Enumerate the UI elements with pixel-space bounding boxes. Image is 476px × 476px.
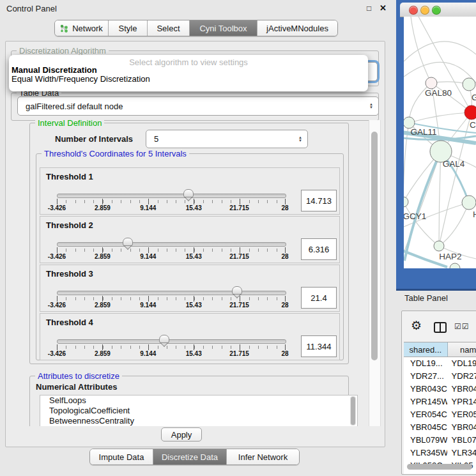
tab-label: jActiveMNodules: [266, 24, 328, 33]
algorithm-dropdown-popup: Select algorithm to view settings Manual…: [9, 55, 368, 91]
slider-thumb[interactable]: [183, 189, 194, 201]
node-table[interactable]: shared... name YDL19...YDL19YDR27...YDR2…: [404, 342, 476, 474]
gear-icon[interactable]: ⚙: [411, 319, 422, 332]
cell-shared-name[interactable]: YBR043C: [404, 383, 447, 395]
cell-shared-name[interactable]: YBR045C: [404, 421, 447, 434]
slider-ticks: [57, 297, 286, 300]
cell-name[interactable]: YER05: [447, 408, 476, 421]
network-window-titlebar[interactable]: [400, 3, 476, 17]
major-tick: [102, 344, 103, 350]
table-horizontal-scrollbar[interactable]: [407, 464, 472, 470]
table-row[interactable]: YER054CYER05: [404, 408, 476, 421]
threshold-slider[interactable]: [57, 339, 286, 344]
threshold-value-field[interactable]: 6.316: [301, 238, 337, 260]
column-header-shared-name[interactable]: shared...: [404, 342, 448, 357]
table-row[interactable]: YBL079WYBL07: [404, 434, 476, 447]
tab-infer-network[interactable]: Infer Network: [227, 449, 299, 464]
attribute-item[interactable]: BetweennessCentrality: [40, 416, 357, 426]
column-header-name[interactable]: name: [448, 342, 476, 357]
tick-label: 28: [281, 350, 288, 357]
network-node-gal80[interactable]: [426, 77, 437, 89]
cell-name[interactable]: YBR04: [447, 421, 476, 434]
node-label: HAP2: [439, 252, 461, 261]
major-tick: [240, 344, 240, 350]
major-tick: [102, 296, 103, 302]
threshold-slider[interactable]: [57, 194, 286, 198]
tab-discretize-data[interactable]: Discretize Data: [153, 449, 227, 464]
column-layout-icon[interactable]: [434, 322, 447, 333]
tab-style[interactable]: Style: [109, 20, 148, 36]
network-view-window[interactable]: GAL80GACGAL11GAL4GCY1HHAP2: [396, 0, 476, 291]
network-node[interactable]: [450, 263, 460, 268]
tab-jactivemnodules[interactable]: jActiveMNodules: [257, 20, 337, 36]
network-node-h[interactable]: [462, 196, 476, 210]
table-row[interactable]: YDR27...YDR27: [404, 370, 476, 383]
cell-shared-name[interactable]: YBL079W: [404, 434, 447, 447]
threshold-value-field[interactable]: 11.344: [301, 335, 337, 357]
attribute-item[interactable]: SelfLoops: [40, 395, 357, 406]
close-icon[interactable]: ✕: [380, 3, 387, 13]
scrollbar-thumb[interactable]: [371, 132, 378, 360]
tab-select[interactable]: Select: [148, 20, 190, 36]
cell-name[interactable]: YPR14: [447, 395, 476, 408]
tick-label: -3.426: [48, 302, 66, 309]
cell-name[interactable]: YDR27: [447, 370, 476, 383]
network-edge[interactable]: [409, 112, 472, 123]
slider-thumb[interactable]: [123, 238, 133, 250]
float-icon[interactable]: □: [367, 4, 371, 13]
table-row[interactable]: YBR045CYBR04: [404, 421, 476, 434]
threshold-value-field[interactable]: 14.713: [301, 190, 337, 211]
table-row[interactable]: YDL19...YDL19: [404, 357, 476, 370]
table-row[interactable]: YBR043CYBR04: [404, 383, 476, 395]
cell-name[interactable]: YLR34: [447, 447, 476, 459]
threshold-value-field[interactable]: 21.4: [301, 287, 337, 309]
popup-item-manual-discretization[interactable]: Manual Discretization: [11, 66, 366, 75]
popup-item-equal-width-frequency-discretization[interactable]: Equal Width/Frequency Discretization: [11, 75, 366, 84]
cell-shared-name[interactable]: YDL19...: [404, 357, 447, 370]
cell-shared-name[interactable]: YPR145W: [404, 395, 447, 408]
attribute-item[interactable]: TopologicalCoefficient: [40, 406, 357, 416]
settings-scrollbar[interactable]: [369, 120, 381, 426]
network-canvas[interactable]: GAL80GACGAL11GAL4GCY1HHAP2: [404, 17, 476, 268]
major-tick: [194, 199, 194, 204]
table-data-combobox[interactable]: galFiltered.sif default node ▲▼: [17, 96, 379, 116]
numerical-attributes-list[interactable]: SelfLoopsTopologicalCoefficientBetweenne…: [40, 395, 358, 426]
tab-impute-data[interactable]: Impute Data: [90, 449, 153, 464]
checkbox-icons[interactable]: ☑☑: [454, 322, 470, 331]
close-traffic-light[interactable]: [409, 6, 418, 15]
table-row[interactable]: YPR145WYPR14: [404, 395, 476, 408]
zoom-traffic-light[interactable]: [432, 6, 441, 15]
list-scrollbar[interactable]: [350, 396, 356, 426]
tab-network[interactable]: Network: [55, 20, 109, 36]
network-graph[interactable]: GAL80GACGAL11GAL4GCY1HHAP2: [404, 17, 476, 268]
network-edge[interactable]: [439, 151, 441, 246]
major-tick: [240, 199, 240, 204]
slider-thumb[interactable]: [232, 286, 242, 298]
tab-label: Impute Data: [99, 452, 144, 462]
tick-label: 21.715: [229, 302, 249, 309]
slider-thumb[interactable]: [159, 335, 169, 347]
minimize-traffic-light[interactable]: [420, 6, 429, 15]
tab-cyni-toolbox[interactable]: Cyni Toolbox: [190, 20, 257, 36]
threshold-slider[interactable]: [57, 291, 286, 295]
cell-shared-name[interactable]: YLR345W: [404, 447, 447, 459]
cell-name[interactable]: YBR04: [447, 383, 476, 395]
network-node-hap2[interactable]: [434, 241, 444, 251]
apply-button[interactable]: Apply: [161, 427, 202, 441]
node-label: H: [473, 210, 476, 219]
network-edge[interactable]: [404, 42, 476, 61]
node-label: GCY1: [404, 211, 426, 221]
threshold-slider[interactable]: [57, 242, 286, 247]
table-row[interactable]: YLR345WYLR34: [404, 447, 476, 459]
network-node-c[interactable]: [464, 105, 476, 119]
node-label: GAL11: [410, 127, 436, 137]
cell-shared-name[interactable]: YER054C: [404, 408, 447, 421]
intervals-combobox[interactable]: 5 ▲▼: [146, 130, 308, 148]
cell-name[interactable]: YDL19: [447, 357, 476, 370]
cell-shared-name[interactable]: YDR27...: [404, 370, 447, 383]
network-edge[interactable]: [411, 17, 431, 83]
network-node-gcy1[interactable]: [404, 197, 408, 207]
cell-name[interactable]: YBL07: [447, 434, 476, 447]
major-tick: [102, 199, 103, 204]
network-node-ga[interactable]: [463, 78, 475, 91]
